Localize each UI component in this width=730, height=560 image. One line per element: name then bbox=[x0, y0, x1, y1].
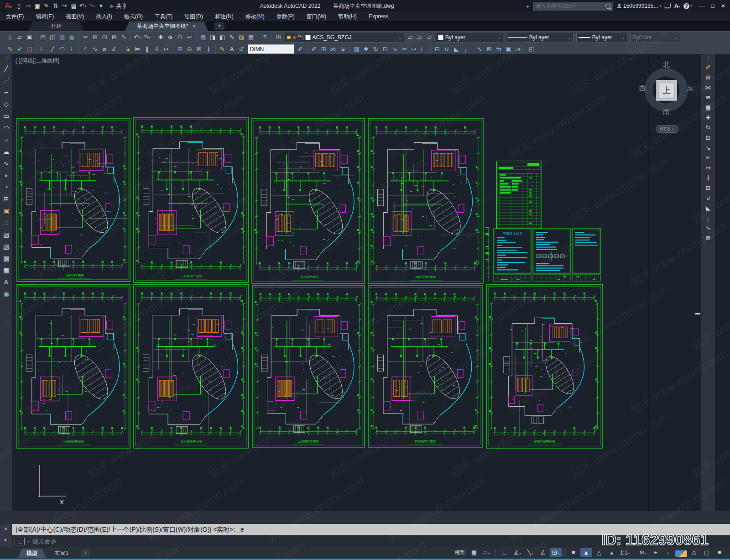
region-icon[interactable]: ▩ bbox=[0, 252, 12, 264]
model-space-toggle[interactable]: 模型 bbox=[454, 548, 467, 557]
menu-parametric[interactable]: 参数(P) bbox=[271, 12, 301, 21]
dim-style-apply-icon[interactable]: ✐ bbox=[296, 45, 305, 54]
sheet-set-manager-icon[interactable]: ▨ bbox=[237, 33, 246, 42]
match-properties-icon[interactable]: ✎ bbox=[119, 33, 129, 42]
compass-east-label[interactable]: 东 bbox=[687, 84, 694, 93]
account-button[interactable]: 1505999135... ▾ bbox=[617, 3, 661, 9]
trim-icon[interactable]: ✂ bbox=[400, 45, 409, 54]
view-cube-face[interactable]: 上 bbox=[656, 80, 677, 101]
view-cube[interactable]: 上 bbox=[644, 68, 688, 112]
plan-8[interactable]: 四层通风平面图 bbox=[368, 285, 483, 448]
stretch-icon[interactable]: ↘ bbox=[390, 45, 400, 54]
plan-1[interactable]: 一层空调平面图 bbox=[16, 118, 130, 282]
snap-mode-toggle[interactable]: ∷▾ bbox=[481, 548, 493, 557]
annotation-autoscale-toggle[interactable]: △ bbox=[593, 548, 605, 557]
dim-space-icon[interactable]: ‖ bbox=[152, 45, 162, 54]
linetype-control-dropdown[interactable]: ByLayer ⌄ bbox=[506, 33, 574, 42]
plan-2[interactable]: 二层空调平面图 bbox=[133, 117, 249, 283]
break-icon[interactable]: ⊟ bbox=[701, 183, 715, 193]
annotation-monitor-button[interactable]: ⚠ bbox=[688, 548, 700, 557]
arc-icon[interactable]: ◠ bbox=[0, 122, 12, 134]
dropdown-caret-icon[interactable]: ▾ bbox=[149, 36, 151, 39]
mirror-icon[interactable]: ⋈ bbox=[701, 83, 715, 93]
properties-palette-icon[interactable]: ◧ bbox=[218, 33, 227, 42]
dim-update-icon[interactable]: ↺ bbox=[237, 45, 246, 54]
autocad-menu-button[interactable]: A▾ bbox=[3, 2, 14, 10]
mirror-icon[interactable]: ⋈ bbox=[328, 45, 338, 54]
compass-west-label[interactable]: 西 bbox=[639, 84, 646, 93]
autodesk-account-icon[interactable]: A▾ bbox=[674, 3, 680, 9]
array-icon[interactable]: ▦ bbox=[701, 103, 715, 113]
design-notes-panels[interactable]: 空调设计说明 bbox=[485, 225, 603, 284]
customize-statusbar-button[interactable]: ≡ bbox=[714, 548, 725, 557]
explode-block-icon[interactable]: ◰ bbox=[527, 45, 537, 54]
undo-icon[interactable]: ↶▾ bbox=[133, 33, 142, 42]
linear-dim-icon[interactable]: ⊢ bbox=[38, 45, 48, 54]
command-prompt[interactable]: [全部(A)/中心(C)/动态(D)/范围(E)/上一个(P)/比例(S)/窗口… bbox=[12, 524, 730, 535]
open-from-web-icon[interactable]: ⇅ bbox=[51, 1, 60, 10]
layer-properties-icon[interactable]: ▦ bbox=[198, 33, 208, 42]
move-icon[interactable]: ✚ bbox=[701, 113, 715, 123]
baseline-dim-icon[interactable]: ⊨ bbox=[133, 45, 142, 54]
lengthen-icon[interactable]: ⊢ bbox=[419, 45, 428, 54]
ortho-mode-toggle[interactable]: ∟ bbox=[499, 548, 511, 557]
menu-tools[interactable]: 工具(T) bbox=[149, 12, 178, 21]
grid-display-toggle[interactable]: ▦ bbox=[468, 548, 480, 557]
point-icon[interactable]: ∴ bbox=[0, 217, 12, 229]
quick-calc-icon[interactable]: ▦ bbox=[246, 33, 256, 42]
save-file-icon[interactable]: ▣ bbox=[25, 33, 34, 42]
plan-6[interactable]: 二层通风平面图 bbox=[133, 284, 249, 449]
erase-icon[interactable]: ✐ bbox=[701, 63, 715, 73]
layer-control-dropdown[interactable]: ☀ ACS_SG_BZGJ ⌄ bbox=[285, 33, 404, 42]
circle-icon[interactable]: ○ bbox=[0, 134, 12, 146]
pan-icon[interactable]: ✚ bbox=[156, 33, 166, 42]
customization-wrench-icon[interactable]: ✦ bbox=[3, 537, 7, 543]
diameter-dim-icon[interactable]: ⌀ bbox=[100, 45, 110, 54]
isolate-objects-button[interactable]: ▫ bbox=[662, 548, 674, 557]
dropdown-caret-icon[interactable]: ▾ bbox=[531, 552, 533, 555]
close-button[interactable]: ✕ bbox=[721, 3, 725, 9]
annotation-scale-value[interactable]: 1:1▾ bbox=[619, 548, 631, 557]
rotate-icon[interactable]: ↻ bbox=[701, 123, 715, 133]
ellipse-arc-icon[interactable]: ◔ bbox=[0, 181, 12, 193]
menu-view[interactable]: 视图(V) bbox=[60, 12, 90, 21]
hatch-icon[interactable]: ▨ bbox=[0, 229, 12, 241]
break-icon[interactable]: ⊟ bbox=[433, 45, 442, 54]
compass-south-label[interactable]: 南 bbox=[663, 108, 670, 116]
open-folder-icon[interactable]: ▱ bbox=[24, 1, 33, 10]
isometric-drafting-toggle[interactable]: ╲▾ bbox=[524, 548, 536, 557]
share-button[interactable]: ➤ 共享 bbox=[110, 2, 127, 10]
search-icon[interactable] bbox=[605, 4, 610, 9]
table-style-icon[interactable]: ▤ bbox=[25, 45, 34, 54]
viewport-label[interactable]: [-][俯视][二维线框] bbox=[16, 57, 59, 65]
group-icon[interactable]: ▣ bbox=[504, 45, 513, 54]
break-at-point-icon[interactable]: ∤ bbox=[701, 173, 715, 183]
designcenter-icon[interactable]: ◨ bbox=[208, 33, 218, 42]
minimize-button[interactable]: — bbox=[699, 3, 705, 9]
open-file-icon[interactable]: ▱ bbox=[15, 33, 25, 42]
ordinate-dim-icon[interactable]: ⊥ bbox=[67, 45, 77, 54]
construction-line-icon[interactable]: ⋰ bbox=[0, 74, 12, 86]
copy-icon[interactable]: ⊞ bbox=[319, 45, 328, 54]
fillet-icon[interactable]: ╭ bbox=[701, 213, 715, 223]
tab-start[interactable]: 开始 bbox=[28, 21, 84, 31]
wcs-dropdown[interactable]: WCS⌄ bbox=[656, 125, 678, 133]
plan-5[interactable]: 一层通风平面图 bbox=[16, 284, 130, 449]
close-tab-icon[interactable]: ✕ bbox=[192, 21, 196, 31]
stretch-icon[interactable]: ↘ bbox=[701, 143, 715, 153]
join-icon[interactable]: ∪ bbox=[701, 193, 715, 203]
continue-dim-icon[interactable]: ∥ bbox=[142, 45, 152, 54]
markup-import-icon[interactable]: ✎ bbox=[227, 33, 237, 42]
dropdown-caret-icon[interactable]: ▾ bbox=[94, 5, 96, 8]
menu-dimension[interactable]: 标注(N) bbox=[209, 12, 240, 21]
dropdown-caret-icon[interactable]: ▾ bbox=[628, 552, 630, 555]
tolerance-icon[interactable]: ⊞ bbox=[175, 45, 185, 54]
toolbar-grip[interactable]: ┆ bbox=[0, 35, 5, 41]
zoom-previous-icon[interactable]: ↩ bbox=[185, 33, 194, 42]
offset-icon[interactable]: ≋ bbox=[338, 45, 348, 54]
menu-edit[interactable]: 编辑(E) bbox=[30, 12, 60, 21]
toolbar-grip[interactable]: ┆ bbox=[707, 54, 709, 63]
aligned-dim-icon[interactable]: ╱ bbox=[48, 45, 57, 54]
plan-9[interactable]: 屋顶空调平面图 bbox=[486, 284, 603, 449]
dim-break-icon[interactable]: ↦ bbox=[162, 45, 171, 54]
